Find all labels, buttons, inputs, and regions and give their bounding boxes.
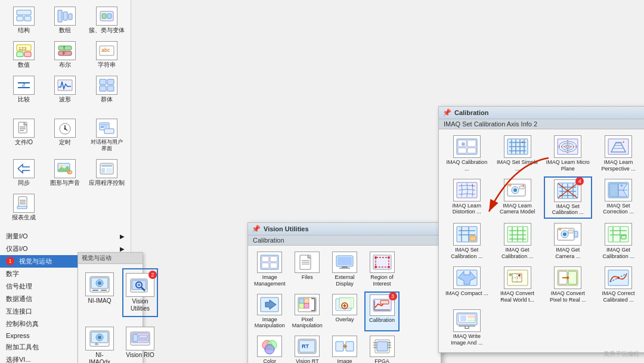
icon-baobiao[interactable]: 报表生成 — [4, 191, 44, 224]
vision-utilities-window: 📌 Vision Utilities Calibration Image Man… — [247, 222, 441, 363]
svg-rect-26 — [107, 86, 114, 91]
calib-getcalibration2[interactable]: IMAQ Get Calibration ... — [594, 221, 643, 262]
vision-utilities-grid: Image Management Files — [248, 246, 441, 363]
svg-rect-48 — [106, 168, 112, 173]
icon-yingyong[interactable]: 应用程序控制 — [86, 156, 127, 190]
svg-rect-37 — [101, 124, 108, 126]
svg-point-211 — [518, 274, 521, 277]
calib-setcalibration2[interactable]: IMAQ Set Calibration ... — [442, 221, 491, 262]
svg-rect-3 — [58, 10, 62, 22]
svg-point-195 — [563, 232, 566, 236]
svg-rect-86 — [338, 257, 352, 265]
icon-tuxing[interactable]: 图形与声音 — [45, 156, 86, 190]
calib-getcamera[interactable]: IMAQ Get Camera ... — [544, 221, 593, 262]
icon-shuzhu[interactable]: 数组 — [45, 4, 86, 37]
svg-rect-8 — [107, 14, 112, 18]
svg-rect-197 — [559, 228, 561, 230]
icon-jiegou[interactable]: 结构 — [4, 4, 44, 37]
icon-duihuakuang[interactable]: 对话框与用户界面 — [86, 116, 127, 155]
calib-setcalibration[interactable]: 4 IMAQ Set Calibration ... — [544, 176, 593, 219]
svg-rect-24 — [107, 79, 114, 85]
icon-bijiao[interactable]: ≥ 比较 — [4, 73, 44, 106]
icon-bxing[interactable]: 波形 — [45, 73, 86, 106]
svg-rect-133 — [467, 140, 476, 147]
vu-image-transfer[interactable]: Image Transfer — [327, 333, 363, 363]
svg-rect-58 — [92, 290, 98, 291]
icon-wenjianio[interactable]: 文件/O — [4, 116, 44, 155]
icon-tongbu[interactable]: 同步 — [4, 156, 44, 190]
svg-text:dx: dx — [95, 342, 98, 346]
menu-cailiangio[interactable]: 测量I/O ▶ — [0, 230, 131, 243]
svg-rect-59 — [101, 290, 107, 291]
svg-rect-77 — [270, 256, 277, 262]
calibration-subtitle: IMAQ Set Calibration Axis Info 2 — [439, 119, 644, 129]
svg-point-217 — [617, 277, 620, 279]
calib-writeimage[interactable]: IMAQ Write Image And ... — [442, 307, 491, 349]
vu-pixel-manipulation[interactable]: Pixel Manipulation — [290, 291, 326, 332]
calib-imaqcalibration[interactable]: ⊞ IMAQ Calibration ... — [442, 133, 491, 175]
calib-learnmicro[interactable]: IMAQ Learn Micro Plane — [544, 133, 593, 175]
svg-rect-220 — [460, 315, 466, 321]
icon-shuzhi[interactable]: 123 数值 — [4, 38, 44, 72]
vu-image-manipulation[interactable]: Image Manipulation — [252, 291, 288, 332]
svg-rect-134 — [458, 148, 466, 153]
vision-panel: 视觉与运动 NI-IMAQ — [78, 252, 143, 363]
vu-overlay[interactable]: Overlay — [327, 291, 363, 332]
svg-rect-40 — [104, 129, 114, 134]
icon-bool[interactable]: T F 布尔 — [45, 38, 86, 72]
vu-external-display[interactable]: External Display — [327, 249, 363, 290]
svg-rect-88 — [339, 268, 350, 269]
badge-1: 1 — [6, 257, 14, 265]
svg-rect-79 — [270, 263, 277, 268]
svg-point-64 — [138, 284, 140, 286]
arrow-icon: ▶ — [120, 233, 125, 240]
calib-convertpixel[interactable]: IMAQ Convert Pixel to Real ... — [544, 264, 593, 306]
vision-item-niimaqDx[interactable]: dx NI-IMAQdx — [82, 322, 117, 363]
vision-item-niimaq[interactable]: NI-IMAQ — [82, 268, 117, 317]
calib-learnperspective[interactable]: + IMAQ Learn Perspective ... — [594, 133, 643, 175]
svg-rect-74 — [139, 339, 147, 341]
calib-compact[interactable]: IMAQ Compact ... — [442, 264, 491, 306]
svg-rect-199 — [608, 227, 628, 242]
calib-correctcalibrated[interactable]: IMAQ Correct Calibrated ... — [594, 264, 643, 306]
calib-setsimple[interactable]: + IMAQ Set Simple ... — [493, 133, 542, 175]
vision-item-visionrio[interactable]: Vision RIO — [122, 322, 158, 363]
calib-learndistortion[interactable]: + IMAQ Learn Distortion ... — [442, 176, 491, 219]
calib-getcalibration[interactable]: IMAQ Get Calibration ... — [493, 221, 542, 262]
icon-dingshi[interactable]: 定时 — [45, 116, 86, 155]
calib-convertreal[interactable]: ⊕ IMAQ Convert Real World t... — [493, 264, 542, 306]
svg-text:RT: RT — [302, 343, 309, 349]
icon-zifu[interactable]: abc 字符串 — [86, 38, 127, 72]
svg-rect-204 — [621, 235, 626, 239]
pin-icon: 📌 — [442, 108, 451, 117]
svg-rect-221 — [467, 315, 475, 318]
icon-bianjitype[interactable]: 簇、类与变体 — [86, 4, 127, 37]
vision-item-visionutilities[interactable]: 2 Vision Utilities — [122, 268, 158, 317]
calib-learncamera[interactable]: + IMAQ Learn Camera Model — [493, 176, 542, 219]
svg-point-68 — [98, 336, 101, 339]
svg-rect-4 — [63, 12, 67, 20]
svg-rect-164 — [509, 184, 511, 186]
svg-rect-23 — [100, 79, 106, 85]
calib-setcorrection[interactable]: + IMAQ Set Correction ... — [594, 176, 643, 219]
vu-region-of-interest[interactable]: Region of Interest — [364, 249, 400, 290]
svg-rect-222 — [467, 319, 475, 321]
badge-2: 2 — [148, 271, 157, 279]
vu-image-management[interactable]: Image Management — [252, 249, 288, 290]
vu-color-utilities[interactable]: Color Utilities — [252, 333, 288, 363]
svg-rect-25 — [100, 86, 106, 91]
vu-fpga-utilities[interactable]: FPGA Utilities — [364, 333, 400, 363]
svg-rect-176 — [609, 184, 618, 197]
svg-text:+: + — [471, 183, 474, 188]
svg-text:+: + — [622, 139, 625, 145]
svg-rect-7 — [102, 14, 106, 18]
calibration-section-header: Calibration — [248, 235, 441, 246]
svg-rect-76 — [262, 256, 269, 262]
icon-qunti[interactable]: 群体 — [86, 73, 127, 106]
svg-text:123: 123 — [18, 46, 27, 51]
svg-rect-198 — [574, 231, 578, 237]
svg-rect-5 — [69, 14, 72, 20]
vu-vision-rt[interactable]: RT Vision RT — [290, 333, 326, 363]
vu-files[interactable]: Files — [290, 249, 326, 290]
vu-calibration[interactable]: 3 Calibration — [364, 291, 400, 332]
